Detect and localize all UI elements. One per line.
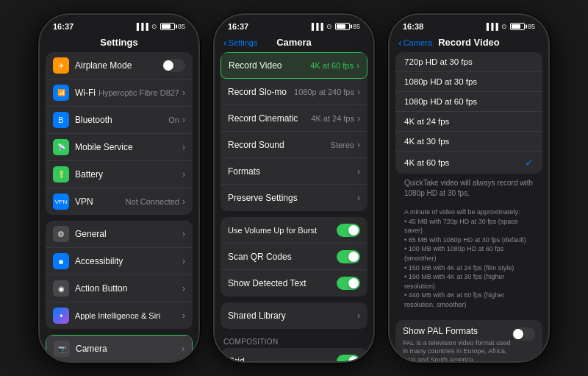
time-3: 16:38 [403, 22, 423, 31]
composition-label: COMPOSITION [220, 335, 368, 348]
status-bar-1: 16:37 ▐▐▐ ⊙ 85 [40, 15, 198, 34]
wifi-icon: ⊙ [501, 23, 507, 30]
record-video-label: Record Video [229, 60, 310, 71]
burst-toggle[interactable] [337, 224, 360, 237]
qr-toggle[interactable] [337, 250, 360, 263]
airplane-toggle[interactable] [162, 59, 185, 72]
bluetooth-icon: B [53, 112, 69, 128]
screen-2: Record Video 4K at 60 fps › Record Slo-m… [215, 52, 373, 361]
chevron-icon: › [182, 256, 185, 266]
chevron-icon: › [182, 115, 185, 125]
video-option-4k-60[interactable]: 4K at 60 fps ✓ [395, 152, 542, 174]
video-option-1080-30[interactable]: 1080p HD at 30 fps [395, 72, 542, 92]
list-item[interactable]: Record Slo-mo 1080p at 240 fps › [220, 79, 368, 105]
status-icons-1: ▐▐▐ ⊙ 85 [135, 23, 185, 30]
time-2: 16:37 [228, 22, 248, 31]
item-label: Accessibility [75, 256, 182, 266]
action-button-icon: ◉ [53, 280, 69, 297]
list-item[interactable]: 📶 Wi-Fi Hyperoptic Fibre D827 › [46, 79, 193, 107]
item-label: Action Button [75, 283, 182, 294]
list-item[interactable]: 🔋 Battery › [46, 161, 193, 188]
list-item[interactable]: Formats › [220, 158, 368, 185]
item-value: On [168, 116, 179, 124]
signal-icon: ▐▐▐ [309, 23, 323, 30]
list-item[interactable]: B Bluetooth On › [46, 107, 193, 134]
item-label: VPN [75, 196, 126, 207]
status-bar-2: 16:37 ▐▐▐ ⊙ 85 [215, 15, 373, 34]
video-option-label: 4K at 30 fps [404, 137, 534, 146]
airplane-icon: ✈ [53, 57, 69, 74]
item-label: Airplane Mode [75, 60, 162, 71]
text-toggle[interactable] [337, 277, 360, 290]
camera-settings-item[interactable]: 📷 Camera › [46, 335, 193, 361]
list-item[interactable]: Record Sound Stereo › [220, 132, 368, 158]
battery-percent: 85 [528, 23, 535, 30]
shared-library-item[interactable]: Shared Library › [220, 302, 368, 329]
item-label: Bluetooth [75, 115, 168, 125]
video-option-label: 720p HD at 30 fps [404, 57, 534, 66]
screen-1: ✈ Airplane Mode 📶 Wi-Fi Hyperoptic Fibre… [40, 52, 198, 361]
page-title-2: Camera [276, 37, 312, 48]
video-option-label: 1080p HD at 60 fps [404, 97, 534, 106]
show-pal-item[interactable]: Show PAL Formats PAL is a television vid… [395, 320, 542, 361]
list-item[interactable]: Show Detected Text [220, 270, 368, 297]
grid-toggle[interactable] [337, 355, 360, 362]
list-item[interactable]: Grid [220, 348, 368, 361]
item-value: 1080p at 240 fps [294, 88, 354, 96]
record-video-item[interactable]: Record Video 4K at 60 fps › [220, 52, 368, 79]
back-button[interactable]: ‹ Settings [223, 37, 257, 49]
chevron-icon: › [182, 169, 185, 180]
chevron-icon: › [182, 344, 184, 354]
list-item[interactable]: Record Cinematic 4K at 24 fps › [220, 105, 368, 132]
chevron-icon: › [357, 311, 360, 321]
record-video-value: 4K at 60 fps [310, 61, 354, 70]
phone-2: 16:37 ▐▐▐ ⊙ 85 ‹ Settings Camera Record … [213, 13, 375, 363]
checkmark-icon: ✓ [525, 157, 534, 169]
video-option-4k-24[interactable]: 4K at 24 fps [395, 112, 542, 132]
back-arrow-icon: ‹ [223, 37, 227, 49]
list-item[interactable]: Preserve Settings › [220, 185, 368, 211]
list-item[interactable]: ◉ Action Button › [46, 275, 193, 302]
pal-desc: PAL is a television video format used in… [403, 339, 512, 361]
chevron-icon: › [357, 166, 360, 177]
item-label: Scan QR Codes [228, 252, 337, 262]
list-item[interactable]: ☻ Accessibility › [46, 248, 193, 275]
camera-group-1: Record Video 4K at 60 fps › Record Slo-m… [220, 52, 368, 211]
battery-settings-icon: 🔋 [53, 166, 69, 182]
composition-group: Grid Level Mirror Front Camera View Outs… [220, 348, 368, 361]
nav-header-1: Settings [40, 34, 198, 52]
item-label: Apple Intelligence & Siri [75, 311, 182, 320]
nav-header-3: ‹ Camera Record Video [390, 34, 548, 52]
video-options-group: 720p HD at 30 fps 1080p HD at 30 fps 108… [395, 52, 542, 174]
chevron-icon: › [182, 88, 185, 98]
back-arrow-icon: ‹ [398, 37, 402, 49]
settings-list-1: ✈ Airplane Mode 📶 Wi-Fi Hyperoptic Fibre… [40, 52, 198, 361]
back-label: Settings [229, 38, 258, 47]
item-label: Show Detected Text [228, 278, 337, 288]
item-label: Record Sound [228, 140, 331, 150]
video-option-1080-60[interactable]: 1080p HD at 60 fps [395, 92, 542, 112]
list-item[interactable]: Use Volume Up for Burst [220, 217, 368, 244]
battery-percent: 85 [353, 23, 360, 30]
item-label: Grid [228, 356, 337, 362]
list-item[interactable]: VPN VPN Not Connected › [46, 188, 193, 215]
list-item[interactable]: 📡 Mobile Service › [46, 134, 193, 161]
list-item[interactable]: ✈ Airplane Mode [46, 52, 193, 79]
phone-1: 16:37 ▐▐▐ ⊙ 85 Settings ✈ Airplane Mode … [38, 13, 200, 363]
list-item[interactable]: ✦ Apple Intelligence & Siri › [46, 302, 193, 329]
signal-icon: ▐▐▐ [484, 23, 498, 30]
item-label: Battery [75, 169, 182, 180]
item-value: Stereo [331, 141, 354, 149]
list-item[interactable]: Scan QR Codes [220, 244, 368, 270]
pal-toggle[interactable] [512, 327, 535, 341]
list-item[interactable]: ⚙ General › [46, 221, 193, 248]
info-text-2: A minute of video will be approximately:… [395, 203, 542, 314]
video-option-720[interactable]: 720p HD at 30 fps [395, 52, 542, 72]
chevron-icon: › [356, 60, 359, 71]
back-button-3[interactable]: ‹ Camera [398, 37, 432, 49]
siri-icon: ✦ [53, 308, 69, 324]
item-value: 4K at 24 fps [311, 114, 354, 123]
status-icons-2: ▐▐▐ ⊙ 85 [309, 23, 360, 30]
chevron-icon: › [182, 196, 185, 207]
video-option-4k-30[interactable]: 4K at 30 fps [395, 132, 542, 152]
